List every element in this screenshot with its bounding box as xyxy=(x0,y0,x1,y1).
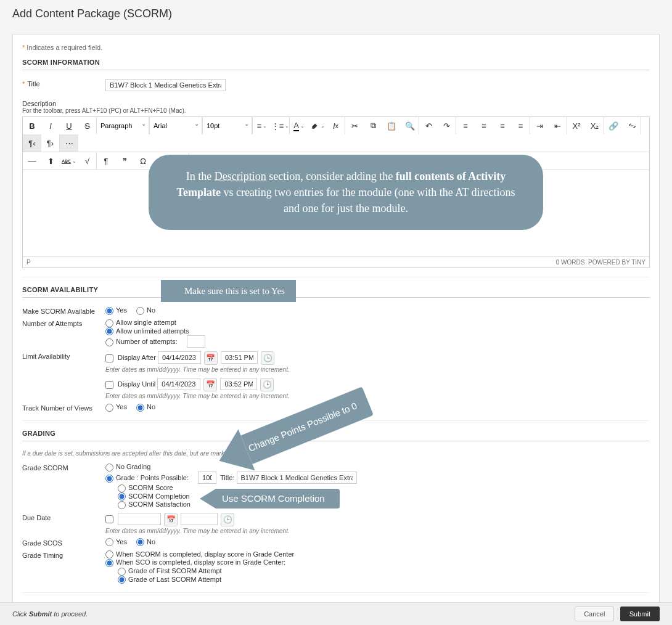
unlink-button[interactable] xyxy=(623,117,641,134)
scorm-completion-radio[interactable] xyxy=(118,492,126,500)
grade-scos-label: Grade SCOS xyxy=(22,538,105,547)
single-attempt-radio[interactable] xyxy=(105,319,113,327)
text-color-button[interactable]: A⌄ xyxy=(290,117,308,134)
outdent-button[interactable]: ⇤ xyxy=(549,117,567,134)
superscript-button[interactable]: X² xyxy=(567,117,586,134)
redo-button[interactable]: ↷ xyxy=(438,117,456,134)
description-help: For the toolbar, press ALT+F10 (PC) or A… xyxy=(22,107,650,114)
display-after-date[interactable] xyxy=(158,351,201,364)
rtl-button[interactable]: ¶› xyxy=(41,134,60,152)
more-button[interactable]: ⋯ xyxy=(60,134,78,152)
align-center-button[interactable]: ≡ xyxy=(475,117,493,134)
make-available-no-radio[interactable] xyxy=(136,307,144,315)
last-attempt-radio[interactable] xyxy=(118,576,126,584)
italic-button[interactable]: I xyxy=(41,117,60,134)
strike-button[interactable]: S xyxy=(78,117,97,134)
display-until-label: Display Until xyxy=(118,380,155,388)
grade-scorm-label: Grade SCORM xyxy=(22,463,105,472)
track-views-label: Track Number of Views xyxy=(22,403,105,412)
required-legend: * Indicates a required field. xyxy=(22,44,650,51)
clear-format-button[interactable]: Ix xyxy=(327,117,345,134)
due-date-input[interactable] xyxy=(118,513,161,525)
title-label: Title xyxy=(27,80,39,88)
paragraph-select[interactable]: Paragraph xyxy=(97,117,149,134)
display-until-date[interactable] xyxy=(157,378,200,390)
footer-bar: Click Submit to proceed. Cancel Submit xyxy=(0,602,672,625)
hr-button[interactable]: — xyxy=(23,152,41,170)
date-hint1: Enter dates as mm/dd/yyyy. Time may be e… xyxy=(105,366,650,373)
scorm-score-radio[interactable] xyxy=(118,484,126,492)
align-justify-button[interactable]: ≡ xyxy=(512,117,530,134)
no-grading-radio[interactable] xyxy=(105,464,113,472)
fontsize-select[interactable]: 10pt xyxy=(203,117,252,134)
timing-sco-radio[interactable] xyxy=(105,559,113,567)
omega-button[interactable]: Ω xyxy=(134,152,152,170)
cancel-button[interactable]: Cancel xyxy=(575,607,614,621)
paste-button[interactable]: 📋 xyxy=(382,117,401,134)
limit-avail-label: Limit Availability xyxy=(22,351,105,360)
underline-button[interactable]: U xyxy=(60,117,78,134)
abc-button[interactable]: ᴀʙᴄ⌄ xyxy=(60,152,78,170)
form-card: * Indicates a required field. SCORM INFO… xyxy=(12,34,660,611)
grade-points-radio[interactable] xyxy=(105,475,113,483)
track-yes-radio[interactable] xyxy=(105,404,113,412)
formula-button[interactable]: √ xyxy=(78,152,97,170)
make-available-yes-radio[interactable] xyxy=(105,307,113,315)
clock-icon[interactable]: 🕒 xyxy=(261,351,274,365)
submit-instruction: Click Submit to proceed. xyxy=(12,610,88,618)
callout-description: In the Description section, consider add… xyxy=(149,155,543,230)
display-after-time[interactable] xyxy=(221,351,258,364)
grade-scos-yes-radio[interactable] xyxy=(105,538,113,546)
display-after-label: Display After xyxy=(118,354,156,361)
callout-points-zero: Change Points Possible to 0 xyxy=(211,380,376,481)
calendar-icon[interactable]: 📅 xyxy=(204,351,218,365)
submit-button[interactable]: Submit xyxy=(620,607,660,621)
font-select[interactable]: Arial xyxy=(150,117,202,134)
due-date-check[interactable] xyxy=(105,515,113,523)
display-until-check[interactable] xyxy=(105,381,113,389)
subscript-button[interactable]: X₂ xyxy=(586,117,604,134)
editor-wordcount: 0 WORDS xyxy=(556,259,585,266)
bullet-list-button[interactable]: ≡⌄ xyxy=(253,117,271,134)
display-after-check[interactable] xyxy=(105,354,113,362)
cut-button[interactable]: ✂ xyxy=(345,117,364,134)
num-attempts-input[interactable] xyxy=(187,335,205,348)
title-input[interactable] xyxy=(105,79,226,91)
align-left-button[interactable]: ≡ xyxy=(456,117,475,134)
bold-button[interactable]: B xyxy=(23,117,41,134)
pilcrow-button[interactable]: ¶ xyxy=(97,152,115,170)
scorm-satisfaction-radio[interactable] xyxy=(118,501,126,509)
first-attempt-radio[interactable] xyxy=(118,568,126,576)
callout-use-completion: Use SCORM Completion xyxy=(200,489,340,509)
num-attempts-radio[interactable] xyxy=(105,338,113,346)
grade-timing-label: Grade Timing xyxy=(22,550,105,559)
due-date-label: Due Date xyxy=(22,513,105,521)
link-button[interactable]: 🔗 xyxy=(604,117,623,134)
copy-button[interactable]: ⧉ xyxy=(364,117,382,134)
attempts-label: Number of Attempts xyxy=(22,319,105,327)
editor-path: P xyxy=(27,259,31,266)
upload-button[interactable]: ⬆ xyxy=(41,152,60,170)
description-label: Description xyxy=(22,100,650,107)
timing-scorm-radio[interactable] xyxy=(105,550,113,558)
callout-set-yes: Make sure this is set to Yes xyxy=(161,280,296,302)
find-button[interactable]: 🔍 xyxy=(401,117,419,134)
track-no-radio[interactable] xyxy=(136,404,144,412)
make-available-label: Make SCORM Available xyxy=(22,306,105,315)
indent-button[interactable]: ⇥ xyxy=(530,117,549,134)
quote-button[interactable]: ❞ xyxy=(115,152,134,170)
undo-button[interactable]: ↶ xyxy=(419,117,438,134)
editor-toolbar-row1: B I U S Paragraph Arial 10pt ≡⌄ ⋮≡⌄ A⌄ ⌄… xyxy=(23,117,649,152)
section-scorm-information: SCORM INFORMATION xyxy=(22,59,650,70)
unlimited-attempts-radio[interactable] xyxy=(105,327,113,335)
page-title: Add Content Package (SCORM) xyxy=(0,0,672,28)
due-date-hint: Enter dates as mm/dd/yyyy. Time may be e… xyxy=(105,528,650,534)
calendar-icon[interactable]: 📅 xyxy=(164,513,178,526)
number-list-button[interactable]: ⋮≡⌄ xyxy=(271,117,290,134)
grade-scos-no-radio[interactable] xyxy=(136,538,144,546)
highlight-button[interactable]: ⌄ xyxy=(308,117,327,134)
editor-powered: POWERED BY TINY xyxy=(588,259,645,266)
align-right-button[interactable]: ≡ xyxy=(493,117,512,134)
section-scorm-availability: SCORM AVAILABILITY xyxy=(22,286,650,298)
ltr-button[interactable]: ¶‹ xyxy=(23,134,41,152)
